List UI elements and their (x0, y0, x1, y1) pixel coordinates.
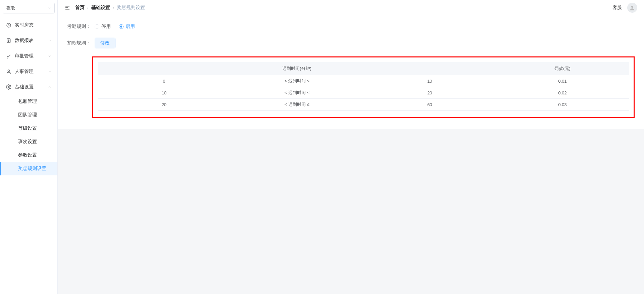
sub-item-label: 包厢管理 (18, 98, 37, 104)
customer-service-link[interactable]: 客服 (612, 5, 622, 11)
crumb-parent[interactable]: 基础设置 (91, 5, 110, 11)
chevron-up-icon (48, 85, 51, 89)
sub-item-label: 班次设置 (18, 139, 37, 145)
radio-label: 停用 (101, 24, 111, 30)
sub-item-level[interactable]: 等级设置 (0, 122, 57, 135)
modify-button[interactable]: 修改 (95, 38, 115, 48)
sidebar-item-hr[interactable]: 人事管理 (0, 64, 57, 79)
cell-to: 60 (363, 99, 496, 111)
sub-item-penalty-rules[interactable]: 奖惩规则设置 (0, 162, 57, 175)
sidebar-item-label: 实时房态 (15, 22, 34, 28)
chevron-down-icon (48, 70, 51, 73)
clock-icon (6, 23, 11, 28)
chevron-down-icon (48, 54, 51, 58)
chevron-right-icon: › (87, 5, 89, 10)
svg-point-7 (631, 6, 633, 8)
col-fine: 罚款(元) (496, 62, 629, 75)
cell-range-label: < 迟到时间 ≤ (231, 75, 363, 87)
crumb-current: 奖惩规则设置 (117, 5, 145, 11)
cell-fine: 0.02 (496, 87, 629, 99)
settings-card: 考勤规则： 停用 启用 扣款规则： 修改 (58, 15, 644, 129)
main: 首页 › 基础设置 › 奖惩规则设置 客服 考勤规则： (58, 0, 644, 294)
cell-fine: 0.03 (496, 99, 629, 111)
tenant-name: 夜歌 (6, 5, 15, 11)
chevron-right-icon: › (113, 5, 114, 10)
radio-unchecked-icon (95, 24, 99, 29)
attendance-radio-group: 停用 启用 (95, 24, 135, 30)
sidebar-item-realtime[interactable]: 实时房态 (0, 17, 57, 33)
sub-item-label: 团队管理 (18, 112, 37, 118)
attendance-rule-row: 考勤规则： 停用 启用 (67, 24, 635, 30)
sub-item-label: 等级设置 (18, 125, 37, 131)
check-icon (6, 53, 11, 59)
sub-item-team[interactable]: 团队管理 (0, 108, 57, 122)
sub-item-label: 参数设置 (18, 152, 37, 158)
crumb-home[interactable]: 首页 (75, 5, 85, 11)
deduction-table-highlight: 迟到时间(分钟) 罚款(元) 0 < 迟到时间 ≤ 10 0.01 (92, 56, 635, 118)
cell-from: 20 (98, 99, 231, 111)
sidebar-item-basic[interactable]: 基础设置 (0, 79, 57, 95)
sidebar-item-label: 基础设置 (15, 84, 34, 90)
sidebar-item-label: 数据报表 (15, 38, 34, 44)
avatar[interactable] (627, 3, 637, 13)
svg-point-3 (8, 86, 9, 88)
sub-item-shift[interactable]: 班次设置 (0, 135, 57, 149)
user-icon (6, 69, 11, 74)
table-header-row: 迟到时间(分钟) 罚款(元) (98, 62, 629, 75)
table-row: 10 < 迟到时间 ≤ 20 0.02 (98, 87, 629, 99)
attendance-rule-label: 考勤规则： (67, 24, 91, 30)
sub-item-label: 奖惩规则设置 (18, 166, 46, 172)
sidebar-item-approval[interactable]: 审批管理 (0, 48, 57, 64)
sub-item-params[interactable]: 参数设置 (0, 149, 57, 162)
cell-fine: 0.01 (496, 75, 629, 87)
cell-range-label: < 迟到时间 ≤ (231, 87, 363, 99)
tenant-select[interactable]: 夜歌 (3, 3, 55, 13)
cell-to: 20 (363, 87, 496, 99)
radio-checked-icon (119, 24, 123, 29)
table-row: 0 < 迟到时间 ≤ 10 0.01 (98, 75, 629, 87)
cell-from: 0 (98, 75, 231, 87)
menu-toggle-icon[interactable] (64, 5, 70, 11)
content: 考勤规则： 停用 启用 扣款规则： 修改 (58, 15, 644, 294)
deduction-rule-label: 扣款规则： (67, 40, 91, 46)
deduction-table: 迟到时间(分钟) 罚款(元) 0 < 迟到时间 ≤ 10 0.01 (98, 62, 629, 111)
chevron-down-icon (48, 6, 51, 10)
radio-enable[interactable]: 启用 (119, 24, 135, 30)
cell-from: 10 (98, 87, 231, 99)
cell-to: 10 (363, 75, 496, 87)
topbar: 首页 › 基础设置 › 奖惩规则设置 客服 (58, 0, 644, 15)
svg-point-2 (8, 70, 9, 72)
sidebar-sub-basic: 包厢管理 团队管理 等级设置 班次设置 参数设置 奖惩规则设置 (0, 95, 57, 175)
sidebar-nav: 实时房态 数据报表 审批管理 (0, 15, 57, 175)
deduction-rule-row: 扣款规则： 修改 (67, 38, 635, 48)
radio-label: 启用 (126, 24, 135, 30)
table-row: 20 < 迟到时间 ≤ 60 0.03 (98, 99, 629, 111)
radio-disable[interactable]: 停用 (95, 24, 111, 30)
sidebar-item-label: 人事管理 (15, 69, 34, 75)
chevron-down-icon (48, 39, 51, 42)
sidebar-item-reports[interactable]: 数据报表 (0, 33, 57, 48)
cell-range-label: < 迟到时间 ≤ (231, 99, 363, 111)
sub-item-box[interactable]: 包厢管理 (0, 95, 57, 108)
document-icon (6, 38, 11, 43)
breadcrumb: 首页 › 基础设置 › 奖惩规则设置 (75, 5, 145, 11)
gear-icon (6, 84, 11, 90)
sidebar-item-label: 审批管理 (15, 53, 34, 59)
sidebar: 夜歌 实时房态 数据报表 (0, 0, 58, 294)
col-late-time: 迟到时间(分钟) (98, 62, 496, 75)
